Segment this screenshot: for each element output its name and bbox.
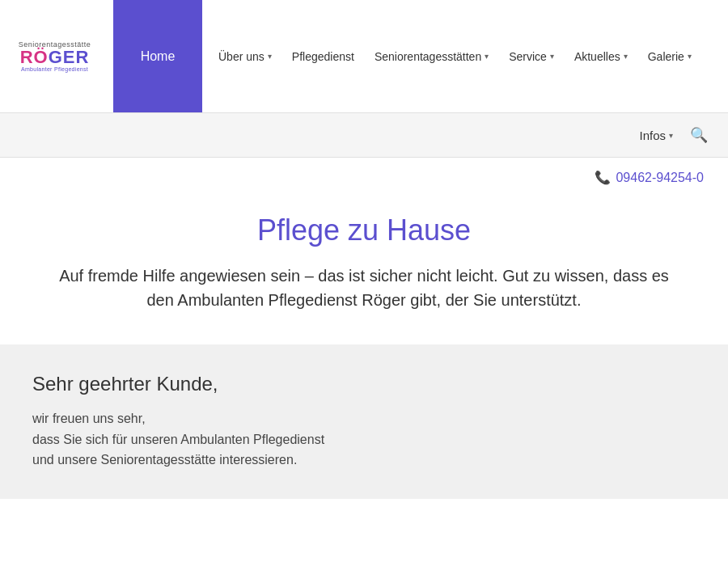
home-nav-block[interactable]: Home	[113, 0, 202, 112]
logo-area: Seniorentagesstätte RÖGER Ambulanter Pfl…	[0, 0, 113, 112]
main-nav: Über uns ▾ Pflegedienst Seniorentagesstä…	[202, 0, 728, 112]
phone-number-text: 09462-94254-0	[616, 171, 704, 185]
hero-section: Pflege zu Hause Auf fremde Hilfe angewie…	[0, 197, 728, 344]
nav-service[interactable]: Service ▾	[501, 46, 562, 67]
home-link[interactable]: Home	[141, 49, 176, 64]
nav-aktuelles[interactable]: Aktuelles ▾	[566, 46, 636, 67]
logo-box: Seniorentagesstätte RÖGER Ambulanter Pfl…	[16, 30, 93, 82]
chevron-down-icon: ▾	[624, 52, 628, 61]
content-body: wir freuen uns sehr, dass Sie sich für u…	[32, 408, 696, 471]
content-section: Sehr geehrter Kunde, wir freuen uns sehr…	[0, 344, 728, 499]
phone-icon: 📞	[595, 170, 611, 185]
nav-ueber-uns[interactable]: Über uns ▾	[210, 46, 280, 67]
hero-subtitle: Auf fremde Hilfe angewiesen sein – das i…	[49, 264, 679, 312]
logo-sub-text: Ambulanter Pflegedienst	[21, 66, 88, 72]
chevron-down-icon: ▾	[550, 52, 554, 61]
logo-name: RÖGER	[20, 49, 90, 66]
chevron-down-icon: ▾	[268, 52, 272, 61]
content-greeting: Sehr geehrter Kunde,	[32, 373, 696, 395]
nav-seniorentagesstaetten[interactable]: Seniorentagesstätten ▾	[366, 46, 497, 67]
phone-bar: 📞 09462-94254-0	[0, 158, 728, 197]
infos-label: Infos	[639, 129, 666, 142]
search-icon: 🔍	[690, 127, 708, 143]
chevron-down-icon: ▾	[688, 52, 692, 61]
chevron-down-icon: ▾	[669, 131, 673, 140]
search-button[interactable]: 🔍	[686, 122, 712, 148]
hero-title: Pflege zu Hause	[49, 213, 679, 247]
secondary-nav-bar: Infos ▾ 🔍	[0, 113, 728, 158]
infos-nav-link[interactable]: Infos ▾	[633, 125, 679, 146]
chevron-down-icon: ▾	[485, 52, 489, 61]
nav-galerie[interactable]: Galerie ▾	[640, 46, 700, 67]
nav-pflegedienst[interactable]: Pflegedienst	[284, 46, 362, 67]
phone-number: 📞 09462-94254-0	[595, 170, 704, 185]
